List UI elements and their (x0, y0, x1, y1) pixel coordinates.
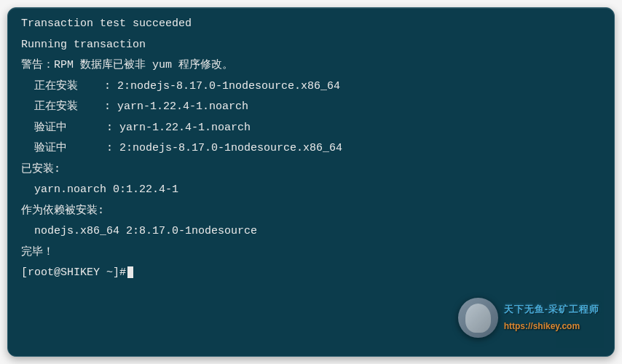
prompt-text: [root@SHIKEY ~]# (21, 266, 126, 279)
terminal-line: nodejs.x86_64 2:8.17.0-1nodesource (21, 221, 601, 242)
watermark-title: 天下无鱼-采矿工程师 (504, 301, 599, 319)
watermark-text: 天下无鱼-采矿工程师 https://shikey.com (504, 301, 599, 335)
cursor-icon (127, 266, 133, 278)
watermark-avatar-icon (458, 298, 498, 338)
terminal-line: 作为依赖被安装: (21, 201, 601, 222)
terminal-line: yarn.noarch 0:1.22.4-1 (21, 180, 601, 201)
terminal-line: 验证中 : yarn-1.22.4-1.noarch (21, 118, 601, 139)
terminal-line: 警告：RPM 数据库已被非 yum 程序修改。 (21, 55, 601, 76)
terminal-line: 验证中 : 2:nodejs-8.17.0-1nodesource.x86_64 (21, 138, 601, 159)
watermark: 天下无鱼-采矿工程师 https://shikey.com (458, 298, 599, 338)
terminal-line: Running transaction (21, 35, 601, 56)
terminal-prompt[interactable]: [root@SHIKEY ~]# (21, 263, 601, 284)
terminal-line: 正在安装 : 2:nodejs-8.17.0-1nodesource.x86_6… (21, 76, 601, 98)
terminal-line: 完毕！ (21, 242, 601, 264)
watermark-url: https://shikey.com (504, 318, 599, 335)
terminal-line: 已安装: (21, 159, 601, 181)
terminal-line: Transaction test succeeded (21, 14, 601, 35)
terminal-content: Transaction test succeeded Running trans… (21, 14, 601, 284)
terminal-window[interactable]: Transaction test succeeded Running trans… (7, 7, 615, 357)
terminal-line: 正在安装 : yarn-1.22.4-1.noarch (21, 97, 601, 118)
